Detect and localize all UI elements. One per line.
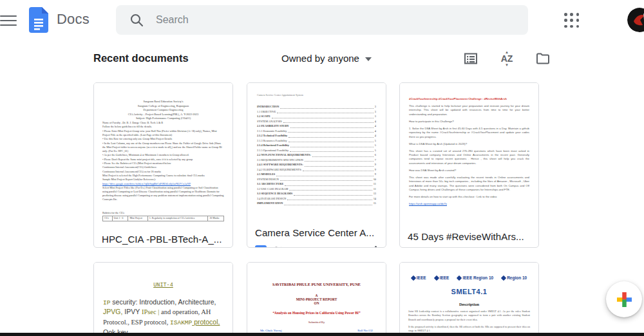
docs-logo[interactable] — [29, 7, 48, 33]
document-card[interactable]: #CrackYourInternship #CrackYourPlacement… — [399, 82, 539, 248]
toc-entry: IMPLEMENTATION 15 — [257, 201, 376, 206]
multicolor-plus-icon — [616, 291, 633, 308]
ieee-logo: Region 10 — [502, 275, 527, 280]
toc-entry: 2.3 REQUIREMENTS SPECIFICATION 7 — [257, 158, 376, 163]
toc-entry: 2.1.2 Technical Feasibility 4 — [257, 133, 376, 138]
document-card[interactable]: SAVITRIBAI PHULE PUNE UNIVERSITY, PUNEAM… — [247, 262, 386, 336]
toc-entry: 2.5 MODULES 9 — [257, 172, 376, 177]
thumb-line: • In the Last Column, any one of the Gro… — [102, 142, 224, 154]
menu-icon[interactable] — [0, 12, 22, 28]
thumb-paragraph: If the proposed activity is shortlisted,… — [408, 325, 530, 333]
document-thumbnail: UNIT-4 IP security: Introduction, Archit… — [94, 263, 232, 336]
thumb-table-cell: 20 Marks — [208, 216, 224, 221]
thumb-table-cell: CIA — [103, 216, 113, 221]
list-view-icon[interactable] — [459, 46, 483, 71]
thumb-heading: UNIT-4 — [103, 282, 223, 290]
app-title: Docs — [57, 11, 90, 28]
create-new-document-button[interactable] — [606, 281, 642, 317]
word-file-icon: W — [255, 245, 267, 248]
document-card[interactable]: IEEE IEEE IEEE Region 10 Region 10 SMELT… — [399, 262, 539, 336]
toc-entry: 1.2 SCOPE 3 — [257, 114, 376, 119]
thumb-paragraph: Joint SB leadership contest is a collabo… — [408, 310, 530, 322]
document-thumbnail: IEEE IEEE IEEE Region 10 Region 10 SMELT… — [400, 263, 538, 336]
toc-entry: 2.1 FEASIBILITY STUDY 4 — [257, 124, 376, 129]
toc-entry: 2.4.1 SOFTWARE REQUIREMENTS: 9 — [257, 162, 376, 167]
thumb-line: Camera Service Center Appointment System — [257, 93, 376, 97]
thumb-line: Subject: High Performance Computing (CO4… — [102, 117, 224, 121]
thumb-line: Rubrics for the CIA: — [102, 211, 224, 214]
document-card[interactable]: UNIT-4 IP security: Introduction, Archit… — [93, 262, 233, 336]
chevron-down-icon — [365, 57, 372, 61]
smelt-logo: SMELT4.1 — [408, 288, 530, 295]
menu-bar — [0, 24, 17, 26]
thumb-paragraph: How was DSA Sheet by Arsh curated? — [409, 169, 529, 173]
thumb-line: Sangram Rural Education Society's — [102, 100, 224, 104]
thumb-line: Submitted By — [258, 321, 375, 324]
shared-people-icon — [272, 246, 285, 248]
document-thumbnail: SAVITRIBAI PHULE PUNE UNIVERSITY, PUNEAM… — [247, 263, 386, 336]
thumb-paragraph: IP security: Introduction, Architecture,… — [103, 297, 223, 336]
ieee-logo: IEEE — [412, 275, 426, 280]
document-title: 45 Days #ReviseWithArs... — [408, 231, 531, 242]
docs-home-screen: Docs Recent documents Owned by an — [0, 0, 644, 336]
thumb-line: “Analysis on Housing Prices in Californi… — [258, 311, 375, 315]
more-options-icon[interactable] — [374, 243, 378, 248]
document-title: HPC_CIA -PBL-BTech-A_... — [102, 234, 225, 245]
thumb-line: CIA Activity – Project Based Learning(PB… — [102, 113, 224, 117]
thumb-table-cell: Unit 1 - 6 — [112, 216, 128, 221]
thumb-line: ON — [258, 301, 375, 305]
thumb-paragraph: This challenge is started to help kickst… — [409, 104, 529, 117]
toc-entry: SYSTEM DESIGN 10 — [257, 177, 376, 182]
thumb-paragraph: How to participate in this Challenge? — [409, 120, 529, 124]
toc-entry: SYSTEM ANALYSIS 4 — [257, 119, 376, 124]
document-title: Camera Service Center A... — [255, 227, 378, 238]
thumb-paragraph: #CrackYourInternship #CrackYourPlacement… — [409, 97, 529, 101]
sort-az-icon[interactable]: ▲ AZ ▼ — [495, 46, 519, 71]
thumb-table: CIAUnit 1 - 6Mini Project1. Regularity i… — [102, 216, 224, 221]
toc-entry: 3.4 DATABASE DESIGN 14 — [257, 196, 376, 201]
owner-filter-label: Owned by anyone — [281, 53, 359, 64]
document-date: Opened Jul 7, 2023 — [290, 246, 363, 248]
document-card[interactable]: Camera Service Center Appointment System… — [247, 82, 386, 248]
thumb-paragraph: 1. Solve the DSA Sheet by Arsh in first … — [409, 127, 529, 139]
ieee-logo: IEEE — [435, 275, 450, 280]
apps-grid-icon[interactable] — [564, 13, 580, 28]
thumb-line: Department Computer Engineering — [102, 108, 224, 113]
document-card[interactable]: Sangram Rural Education Society'sSangram… — [93, 82, 233, 248]
menu-bar — [0, 20, 17, 22]
more-options-icon[interactable] — [526, 247, 531, 248]
toc-entry: 3.1 ARCHITECTURE 11 — [257, 182, 376, 187]
thumb-table-row: Mr. Ghule Yuvraj Roll No:132 — [260, 329, 373, 332]
thumb-line: Sangram College of Engineering, Kopargao… — [102, 104, 224, 109]
toc-entry: 2.2 NON-FUNCTIONAL REQUIREMENTS: 6 — [257, 153, 376, 158]
menu-bar — [0, 15, 17, 17]
avatar[interactable] — [627, 8, 644, 32]
search-bar[interactable] — [116, 5, 528, 35]
search-icon — [129, 12, 144, 28]
thumb-heading: Description — [408, 302, 530, 306]
toc-entry: 2.1.1 Economic Feasibility 4 — [257, 129, 376, 134]
owner-filter-dropdown[interactable]: Owned by anyone — [281, 53, 372, 64]
toc-entry: 3.3 SEQUENCE DIAGRAMS 13 — [257, 191, 376, 196]
page-title: Recent documents — [93, 52, 189, 64]
toc-entry: INTRODUCTION 3 — [257, 104, 376, 109]
thumb-link: https://drive.google.com/drive/folders/1… — [102, 182, 224, 185]
thumb-paragraph: https://arsh.openinapp.co/do7o — [409, 202, 529, 206]
document-thumbnail: #CrackYourInternship #CrackYourPlacement… — [400, 83, 538, 227]
thumb-line: SAVITRIBAI PHULE PUNE UNIVERSITY, PUNE — [258, 282, 375, 286]
thumb-line: Select Mini Project Titles like (For Ex.… — [102, 186, 224, 202]
search-input[interactable] — [155, 14, 518, 26]
window-edge — [0, 333, 644, 336]
recent-documents-toolbar: Recent documents Owned by anyone ▲ AZ ▼ — [0, 40, 644, 77]
thumb-table-cell: Mini Project — [128, 216, 147, 221]
app-bar: Docs — [0, 0, 644, 41]
toc-entry: 2.1.3 Resources Feasibility 5 — [257, 138, 376, 144]
toc-entry: 2.1.5 Operational Feasibility 5 — [257, 148, 376, 153]
thumb-paragraph: This sheet has a curated set of around 2… — [409, 149, 529, 165]
ieee-logo: IEEE Region 10 — [457, 275, 493, 280]
toc-entry: 2.4.2 HARDWARE REQUIREMENTS: 9 — [257, 167, 376, 173]
document-thumbnail: Sangram Rural Education Society'sSangram… — [94, 83, 232, 229]
toc-entry: 1.1 OBJECTIVE 3 — [257, 109, 376, 115]
thumb-line: • Please Enter Mini Project Group wise y… — [102, 129, 224, 138]
folder-icon[interactable] — [531, 46, 555, 71]
